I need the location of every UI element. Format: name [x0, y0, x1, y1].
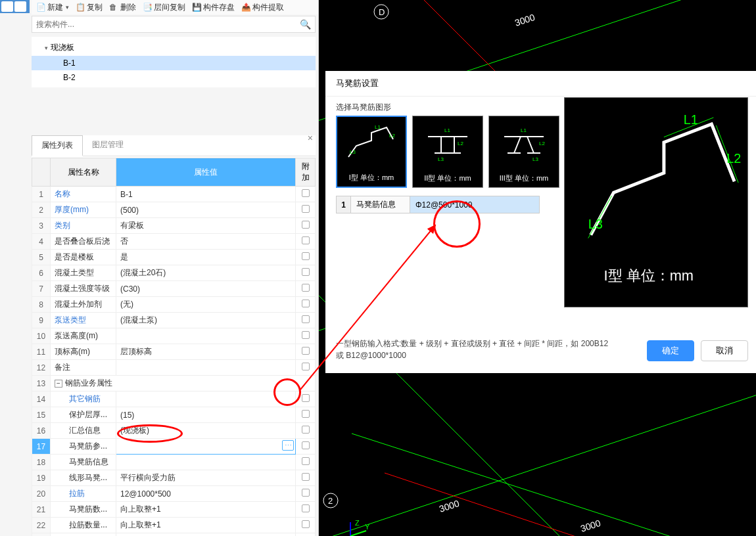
left-rail [0, 0, 30, 13]
rail-icon-1[interactable] [1, 1, 13, 12]
th-name: 属性名称 [51, 158, 116, 187]
checkbox[interactable] [302, 504, 310, 512]
search-box[interactable]: 🔍 [32, 16, 316, 33]
checkbox[interactable] [302, 363, 310, 370]
table-row[interactable]: 9泵送类型(混凝土泵) [32, 313, 316, 328]
table-row[interactable]: 4是否叠合板后浇否 [32, 234, 316, 250]
checkbox[interactable] [302, 315, 310, 323]
layer-copy-button[interactable]: 📑层间复制 [141, 1, 187, 14]
svg-line-30 [514, 137, 521, 153]
stirrup-dialog: 马凳筋设置 选择马凳筋图形 L1 L2 L3 I型 单位：mm [325, 71, 756, 373]
svg-text:L2: L2 [389, 133, 395, 139]
search-icon[interactable]: 🔍 [300, 19, 311, 30]
table-row[interactable]: 20拉筋12@1000*500 [32, 486, 316, 502]
checkbox[interactable] [302, 457, 310, 465]
checkbox[interactable] [302, 252, 310, 260]
dialog-title: 马凳筋设置 [325, 71, 756, 97]
tab-layers[interactable]: 图层管理 [83, 135, 133, 156]
extract-icon: 📤 [241, 3, 250, 12]
checkbox[interactable] [302, 520, 310, 528]
table-row[interactable]: 22拉筋数量...向上取整+1 [32, 518, 316, 533]
checkbox[interactable] [302, 473, 310, 481]
tree-item-b1[interactable]: B-1 [32, 56, 316, 70]
checkbox[interactable] [302, 410, 310, 418]
table-row[interactable]: 19线形马凳...平行横向受力筋 [32, 470, 316, 486]
table-row[interactable]: 7混凝土强度等级(C30) [32, 281, 316, 297]
checkbox[interactable] [302, 284, 310, 292]
checkbox[interactable] [302, 441, 310, 449]
table-row[interactable]: 17马凳筋参... [32, 439, 316, 455]
table-row[interactable]: 14其它钢筋 [32, 391, 316, 407]
checkbox[interactable] [302, 331, 310, 339]
svg-line-31 [527, 137, 534, 153]
shape-type-3[interactable]: L1 L2 L3 III型 单位：mm [488, 116, 559, 188]
new-icon: 📄 [36, 3, 45, 12]
checkbox[interactable] [302, 236, 310, 244]
ok-button[interactable]: 确定 [647, 340, 694, 361]
svg-text:L1: L1 [444, 127, 450, 133]
table-row[interactable]: 8混凝土外加剂(无) [32, 297, 316, 313]
info-value-cell[interactable]: Φ12@500*1000 [410, 196, 540, 213]
tree-parent[interactable]: 现浇板 [32, 39, 316, 56]
extract-component-button[interactable]: 📤构件提取 [239, 1, 286, 14]
shape-type-2[interactable]: L1 L2 L3 II型 单位：mm [412, 116, 483, 188]
search-input[interactable] [36, 20, 300, 29]
table-row[interactable]: 18马凳筋信息 [32, 455, 316, 470]
cancel-button[interactable]: 取消 [701, 340, 748, 361]
svg-line-5 [352, 434, 756, 536]
save-icon: 💾 [192, 3, 201, 12]
copy-icon: 📋 [76, 3, 85, 12]
table-row[interactable]: 16汇总信息(现浇板) [32, 423, 316, 439]
table-row[interactable]: 21马凳筋数...向上取整+1 [32, 502, 316, 518]
checkbox[interactable] [302, 189, 310, 197]
property-table: 属性名称 属性值 附加 1名称B-12厚度(mm)(500)3类别有梁板4是否叠… [32, 158, 316, 536]
more-button[interactable] [282, 440, 294, 451]
table-row[interactable]: 6混凝土类型(混凝土20石) [32, 265, 316, 281]
svg-text:Z: Z [355, 519, 360, 527]
svg-text:L2: L2 [539, 141, 545, 146]
rail-icon-2[interactable] [14, 1, 26, 12]
tab-properties[interactable]: 属性列表 [32, 135, 83, 156]
table-row[interactable]: 10泵送高度(m) [32, 328, 316, 344]
table-row[interactable]: 12备注 [32, 360, 316, 376]
table-row[interactable]: 23归类名称(B-1) [32, 533, 316, 537]
svg-text:3000: 3000 [513, 12, 536, 28]
collapse-icon[interactable]: − [55, 380, 62, 388]
shape-label-1: I型 单位：mm [349, 173, 394, 183]
table-row[interactable]: 15保护层厚...(15) [32, 407, 316, 423]
info-label: 马凳筋信息 [351, 196, 410, 213]
svg-text:L1: L1 [521, 127, 527, 133]
checkbox[interactable] [302, 489, 310, 497]
new-button[interactable]: 📄新建 [34, 1, 71, 14]
svg-text:Y: Y [365, 523, 370, 531]
checkbox[interactable] [302, 205, 310, 213]
svg-text:L3: L3 [438, 156, 444, 162]
checkbox[interactable] [302, 221, 310, 229]
checkbox[interactable] [302, 268, 310, 276]
checkbox[interactable] [302, 426, 310, 434]
checkbox[interactable] [302, 394, 310, 402]
table-row[interactable]: 5是否是楼板是 [32, 250, 316, 265]
svg-text:D: D [379, 7, 385, 17]
shape-label-2: II型 单位：mm [424, 173, 471, 183]
table-row[interactable]: 2厚度(mm)(500) [32, 202, 316, 218]
table-row[interactable]: 3类别有梁板 [32, 218, 316, 234]
svg-line-17 [350, 531, 366, 536]
shape-type-1[interactable]: L1 L2 L3 I型 单位：mm [336, 116, 407, 188]
info-row-num: 1 [337, 196, 351, 213]
save-component-button[interactable]: 💾构件存盘 [190, 1, 237, 14]
table-row[interactable]: 11顶标高(m)层顶标高 [32, 344, 316, 360]
layer-copy-icon: 📑 [143, 3, 152, 12]
component-toolbar: 📄新建 📋复制 🗑删除 📑层间复制 💾构件存盘 📤构件提取 [32, 0, 318, 14]
component-tree: 现浇板 B-1 B-2 [32, 37, 316, 87]
copy-button[interactable]: 📋复制 [74, 1, 105, 14]
checkbox[interactable] [302, 300, 310, 307]
delete-button[interactable]: 🗑删除 [107, 1, 138, 14]
svg-text:L1: L1 [684, 112, 698, 127]
close-icon[interactable]: × [308, 133, 313, 143]
th-add: 附加 [296, 158, 316, 187]
checkbox[interactable] [302, 347, 310, 355]
svg-text:L3: L3 [532, 156, 538, 162]
tree-item-b2[interactable]: B-2 [32, 70, 316, 85]
table-row[interactable]: 1名称B-1 [32, 187, 316, 202]
